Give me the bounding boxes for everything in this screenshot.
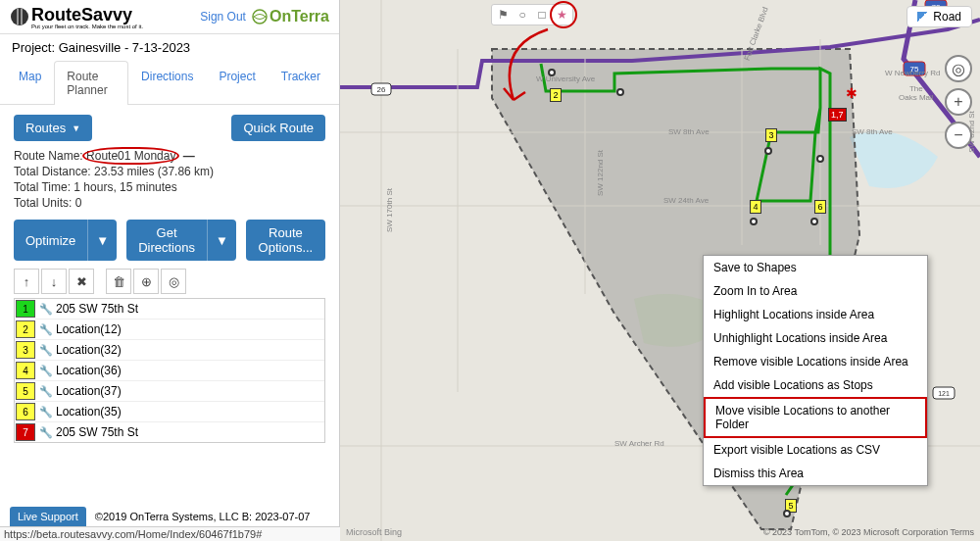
route-time: Total Time: 1 hours, 15 minutes xyxy=(14,180,325,194)
optimize-button[interactable]: Optimize xyxy=(14,220,87,261)
tab-project[interactable]: Project xyxy=(206,61,268,105)
stop-label: Location(37) xyxy=(56,384,122,398)
map-pin[interactable]: 1,7 xyxy=(828,108,847,122)
route-distance: Total Distance: 23.53 miles (37.86 km) xyxy=(14,165,325,178)
logo-icon xyxy=(10,7,29,26)
route-stop[interactable]: 4🔧Location(36) xyxy=(15,361,324,381)
stop-marker: 5 xyxy=(16,382,35,400)
route-stop[interactable]: 5🔧Location(37) xyxy=(15,381,324,402)
wrench-icon[interactable]: 🔧 xyxy=(36,344,56,357)
zoom-icon[interactable]: ⊕ xyxy=(133,269,159,294)
map-dot[interactable] xyxy=(816,155,824,163)
button-row-2: Optimize ▼ Get Directions ▼ Route Option… xyxy=(14,220,325,261)
tab-bar: MapRoute PlannerDirectionsProjectTracker xyxy=(0,61,339,105)
wrench-icon[interactable]: 🔧 xyxy=(36,365,56,377)
wrench-icon[interactable]: 🔧 xyxy=(36,323,56,336)
move-up-icon[interactable]: ↑ xyxy=(14,269,39,294)
route-stop[interactable]: 1🔧205 SW 75th St xyxy=(15,299,324,320)
map-pin[interactable]: 4 xyxy=(750,200,761,214)
route-name-row: Route Name: Route01 Monday — xyxy=(14,149,325,163)
context-menu-item[interactable]: Dismiss this Area xyxy=(704,462,927,485)
road-label: SW 8th Ave xyxy=(668,127,710,136)
flag-icon[interactable]: ⚑ xyxy=(494,6,512,24)
delete-icon[interactable]: ✖ xyxy=(69,269,94,294)
left-panel: RouteSavvy Put your fleet on track. Make… xyxy=(0,0,340,541)
wrench-icon[interactable]: 🔧 xyxy=(36,303,56,316)
context-menu-item[interactable]: Unhighlight Locations inside Area xyxy=(704,326,927,350)
caret-down-icon: ▼ xyxy=(72,123,80,133)
logo: RouteSavvy Put your fleet on track. Make… xyxy=(10,5,143,29)
live-support-button[interactable]: Live Support xyxy=(10,507,86,526)
tab-map[interactable]: Map xyxy=(6,61,54,105)
route-stop[interactable]: 3🔧Location(32) xyxy=(15,340,324,361)
target-icon[interactable]: ◎ xyxy=(161,269,186,294)
route-stop[interactable]: 7🔧205 SW 75th St xyxy=(15,422,324,442)
route-options-button[interactable]: Route Options... xyxy=(246,220,325,261)
map-dot[interactable] xyxy=(764,147,772,155)
map-pin[interactable]: 3 xyxy=(765,128,777,142)
zoom-out-icon[interactable]: − xyxy=(945,122,972,149)
circle-icon[interactable]: ○ xyxy=(514,6,531,24)
map-zoom-controls: ◎ + − xyxy=(945,55,972,149)
map-pin[interactable]: 2 xyxy=(550,88,562,102)
road-label: SW 8th Ave xyxy=(852,127,893,136)
map-provider-label: Microsoft Bing xyxy=(346,527,402,537)
star-icon[interactable]: ★ xyxy=(553,6,570,24)
square-icon[interactable]: □ xyxy=(533,6,551,24)
layer-swatch-icon xyxy=(917,12,927,22)
routes-button[interactable]: Routes▼ xyxy=(14,115,92,141)
road-label: W Newberry Rd xyxy=(885,69,940,77)
map-area[interactable]: 26 78 75 121 ✱ W University Ave W Newber… xyxy=(340,0,980,541)
get-directions-button[interactable]: Get Directions xyxy=(126,220,207,261)
wrench-icon[interactable]: 🔧 xyxy=(36,406,56,418)
zoom-in-icon[interactable]: + xyxy=(945,88,972,116)
tab-directions[interactable]: Directions xyxy=(128,61,206,105)
getdirections-caret[interactable]: ▼ xyxy=(207,220,236,261)
map-dot[interactable] xyxy=(548,69,556,76)
stop-label: Location(12) xyxy=(56,322,122,336)
stop-marker: 3 xyxy=(16,341,35,359)
svg-text:121: 121 xyxy=(938,390,950,397)
map-draw-toolbar: ⚑ ○ □ ★ xyxy=(491,4,573,25)
optimize-group: Optimize ▼ xyxy=(14,220,117,261)
trash-icon[interactable]: 🗑 xyxy=(106,269,131,294)
minus-icon[interactable]: — xyxy=(183,149,195,163)
map-layer-road[interactable]: Road xyxy=(906,6,972,27)
quick-route-button[interactable]: Quick Route xyxy=(231,115,325,141)
stop-marker: 7 xyxy=(16,423,35,441)
map-dot[interactable] xyxy=(750,218,758,225)
context-menu-item[interactable]: Export visible Locations as CSV xyxy=(704,438,927,462)
stop-marker: 4 xyxy=(16,362,35,379)
map-dot[interactable] xyxy=(810,218,818,225)
stop-label: 205 SW 75th St xyxy=(56,302,138,316)
tab-tracker[interactable]: Tracker xyxy=(269,61,333,105)
stop-label: Location(36) xyxy=(56,364,122,377)
road-label: SW 170th St xyxy=(385,188,394,232)
sign-out-link[interactable]: Sign Out xyxy=(200,10,246,24)
road-label: W University Ave xyxy=(536,74,595,83)
context-menu-item[interactable]: Save to Shapes xyxy=(704,256,927,279)
optimize-caret[interactable]: ▼ xyxy=(87,220,117,261)
wrench-icon[interactable]: 🔧 xyxy=(36,426,56,439)
context-menu-item[interactable]: Highlight Locations inside Area xyxy=(704,303,927,326)
route-stop[interactable]: 6🔧Location(35) xyxy=(15,402,324,422)
tab-planner[interactable]: Route Planner xyxy=(54,61,128,105)
context-menu-item[interactable]: Zoom In to Area xyxy=(704,279,927,303)
road-label: SW 24th Ave xyxy=(663,196,709,205)
map-dot[interactable] xyxy=(783,510,791,517)
map-pin[interactable]: 6 xyxy=(814,200,826,214)
svg-text:26: 26 xyxy=(377,85,386,94)
copyright: ©2019 OnTerra Systems, LLC B: 2023-07-07 xyxy=(95,511,311,522)
context-menu-item[interactable]: Move visible Locations to another Folder xyxy=(704,397,927,438)
move-down-icon[interactable]: ↓ xyxy=(41,269,67,294)
context-menu-item[interactable]: Remove visible Locations inside Area xyxy=(704,350,927,373)
brand-tagline: Put your fleet on track. Make the most o… xyxy=(31,24,143,29)
wrench-icon[interactable]: 🔧 xyxy=(36,385,56,398)
context-menu-item[interactable]: Add visible Locations as Stops xyxy=(704,373,927,397)
locate-icon[interactable]: ◎ xyxy=(945,55,972,82)
route-stop[interactable]: 2🔧Location(12) xyxy=(15,320,324,340)
stop-marker: 1 xyxy=(16,300,35,318)
footer: Live Support ©2019 OnTerra Systems, LLC … xyxy=(0,503,340,541)
map-dot[interactable] xyxy=(616,88,624,96)
svg-point-0 xyxy=(11,8,28,25)
